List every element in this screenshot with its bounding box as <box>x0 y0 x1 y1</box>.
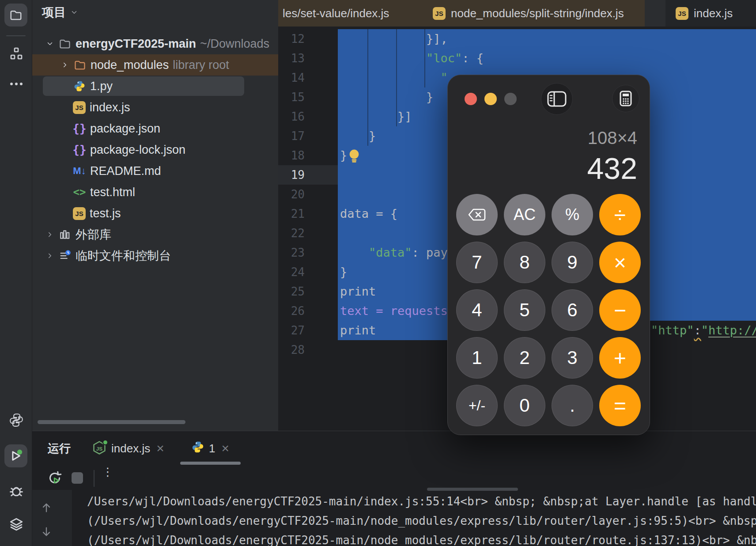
code-line: } <box>338 126 376 146</box>
project-panel-header[interactable]: 项目 <box>42 4 78 20</box>
console-line: /Users/wjl/Downloads/energyCTF2025-main/… <box>87 492 756 511</box>
zoom-traffic-light[interactable] <box>504 93 517 105</box>
tree-item-package-json[interactable]: {} package.json <box>32 118 278 139</box>
tree-item-scratches[interactable]: 临时文件和控制台 <box>32 245 278 266</box>
services-tool-button[interactable] <box>0 517 32 532</box>
run-tool-button[interactable] <box>4 444 27 467</box>
digit-5-button[interactable]: 5 <box>504 289 545 331</box>
digit-1-button[interactable]: 1 <box>456 337 498 379</box>
tab-set-value-index-js[interactable]: les/set-value/index.js <box>283 0 389 27</box>
digit-4-button[interactable]: 4 <box>456 289 498 331</box>
run-tab-label: 1 <box>209 442 215 455</box>
minimize-traffic-light[interactable] <box>484 93 497 105</box>
chevron-down-icon[interactable] <box>45 40 54 48</box>
run-tab-index-js[interactable]: JS index.js × <box>92 438 166 459</box>
calc-expression: 108×4 <box>588 128 637 148</box>
tree-item-1-py[interactable]: 1.py <box>32 76 278 97</box>
digit-8-button[interactable]: 8 <box>504 242 545 283</box>
tree-item-label: package.json <box>90 122 160 136</box>
backspace-button[interactable] <box>456 194 498 235</box>
debug-tool-button[interactable] <box>0 484 32 499</box>
line-number[interactable]: 20 <box>278 185 305 204</box>
console-scrollbar[interactable] <box>427 488 518 491</box>
run-panel-title: 运行 <box>48 441 71 456</box>
line-number[interactable]: 25 <box>278 282 305 301</box>
line-number[interactable]: 17 <box>278 126 305 146</box>
code-line: }], <box>338 29 448 49</box>
running-badge <box>102 440 108 445</box>
arrow-down-icon[interactable] <box>40 525 53 540</box>
percent-button[interactable]: % <box>552 194 593 235</box>
stop-button[interactable] <box>72 472 83 484</box>
project-tool-button[interactable] <box>4 4 27 27</box>
line-number[interactable]: 13 <box>278 49 305 68</box>
line-number[interactable]: 14 <box>278 68 305 87</box>
calculator-window[interactable]: 108×4 432 AC % ÷ 7 8 9 × 4 5 6 − 1 2 3 +… <box>447 75 650 435</box>
digit-7-button[interactable]: 7 <box>456 242 498 283</box>
more-tool-windows-button[interactable] <box>0 79 32 89</box>
editor-tab-bar: les/set-value/index.js JS node_modules/s… <box>278 0 756 27</box>
line-number-current[interactable]: 19 <box>278 165 305 185</box>
calculator-icon <box>620 91 632 106</box>
line-number[interactable]: 28 <box>278 340 305 360</box>
close-icon[interactable]: × <box>219 441 231 456</box>
tree-item-external-libraries[interactable]: 外部库 <box>32 224 278 245</box>
python-packages-tool-button[interactable] <box>0 413 32 428</box>
tree-item-test-html[interactable]: <> test.html <box>32 182 278 203</box>
equals-button[interactable]: = <box>599 385 641 426</box>
digit-9-button[interactable]: 9 <box>552 242 593 283</box>
subtract-button[interactable]: − <box>599 289 641 331</box>
run-tab-1[interactable]: 1 × <box>191 438 231 459</box>
line-number[interactable]: 23 <box>278 243 305 262</box>
line-number[interactable]: 18 <box>278 146 305 165</box>
calc-result: 432 <box>587 151 637 186</box>
ac-button[interactable]: AC <box>504 194 545 235</box>
lightbulb-icon[interactable] <box>347 148 361 165</box>
tree-item-node-modules[interactable]: node_modules library root <box>32 54 278 76</box>
python-icon <box>191 440 204 457</box>
tab-index-js[interactable]: JS index.js <box>676 0 733 27</box>
line-number[interactable]: 26 <box>278 301 305 321</box>
tree-item-index-js[interactable]: JS index.js <box>32 97 278 118</box>
line-number[interactable]: 22 <box>278 224 305 243</box>
close-traffic-light[interactable] <box>465 93 477 105</box>
plus-minus-button[interactable]: +/- <box>456 385 498 426</box>
rerun-button[interactable] <box>47 470 63 488</box>
multiply-button[interactable]: × <box>599 242 641 283</box>
divide-button[interactable]: ÷ <box>599 194 641 235</box>
digit-0-button[interactable]: 0 <box>504 385 545 426</box>
digit-6-button[interactable]: 6 <box>552 289 593 331</box>
tree-item-project-root[interactable]: energyCTF2025-main ~/Downloads <box>32 33 278 54</box>
tree-item-readme-md[interactable]: M↓ README.md <box>32 160 278 182</box>
line-number[interactable]: 27 <box>278 321 305 340</box>
more-options-button[interactable]: ⋮ <box>102 469 111 475</box>
line-number[interactable]: 24 <box>278 262 305 282</box>
code-line: "data": payl <box>338 243 455 262</box>
calculator-mode-button[interactable] <box>612 85 639 112</box>
close-icon[interactable]: × <box>155 441 166 456</box>
folder-library-icon <box>73 58 87 72</box>
run-toolbar: ⋮ <box>32 466 756 489</box>
line-number[interactable]: 12 <box>278 29 305 49</box>
chevron-right-icon[interactable] <box>45 231 54 239</box>
decimal-button[interactable]: . <box>552 385 593 426</box>
digit-2-button[interactable]: 2 <box>504 337 545 379</box>
tree-item-package-lock-json[interactable]: {} package-lock.json <box>32 139 278 160</box>
horizontal-scrollbar[interactable] <box>38 420 185 424</box>
line-number[interactable]: 21 <box>278 204 305 224</box>
html-file-icon: <> <box>73 186 86 199</box>
chevron-right-icon[interactable] <box>45 252 54 260</box>
digit-3-button[interactable]: 3 <box>552 337 593 379</box>
tree-item-test-js[interactable]: JS test.js <box>32 203 278 224</box>
line-number[interactable]: 15 <box>278 87 305 107</box>
code-line: "loc": { <box>338 49 484 68</box>
structure-tool-button[interactable] <box>0 46 32 61</box>
add-button[interactable]: + <box>599 337 641 379</box>
chevron-right-icon[interactable] <box>60 61 69 69</box>
arrow-up-icon[interactable] <box>40 501 53 516</box>
tree-item-sublabel: library root <box>173 58 229 72</box>
sidebar-toggle-button[interactable] <box>541 83 573 115</box>
tab-split-string-index-js[interactable]: JS node_modules/split-string/index.js <box>433 0 624 27</box>
line-number[interactable]: 16 <box>278 107 305 126</box>
code-line <box>338 224 369 243</box>
